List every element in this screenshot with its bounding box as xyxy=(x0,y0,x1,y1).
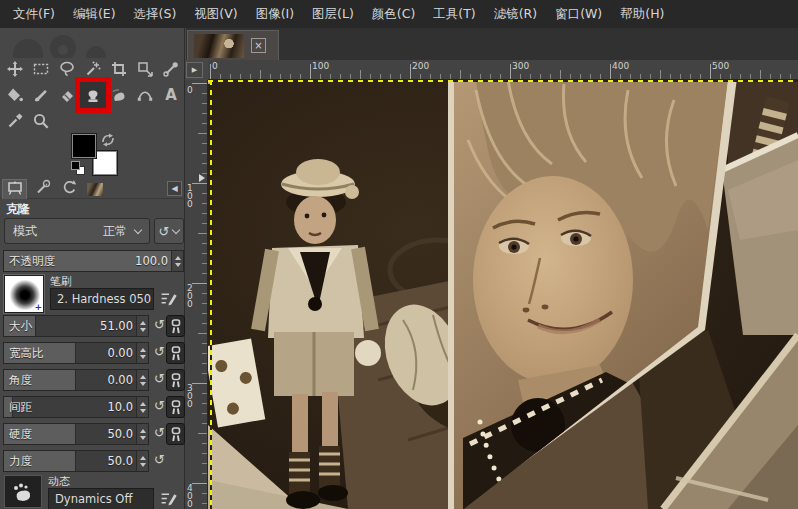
tab-undo-history[interactable] xyxy=(56,179,81,199)
tab-close-icon[interactable]: × xyxy=(251,38,266,53)
bucket-fill-tool-button[interactable] xyxy=(2,82,28,108)
eraser-icon xyxy=(58,86,76,104)
tab-tool-options[interactable] xyxy=(2,179,27,199)
bucket-fill-icon xyxy=(6,86,24,104)
ruler-menu-button[interactable]: ▶ xyxy=(186,62,203,78)
size-slider[interactable]: 大小51.00 xyxy=(3,315,149,337)
menu-tools[interactable]: 工具(T) xyxy=(424,0,484,28)
background-color-swatch[interactable] xyxy=(93,151,117,175)
ruler-label: 400 xyxy=(187,484,196,508)
hardness-slider[interactable]: 硬度50.0 xyxy=(3,423,149,445)
chevron-down-icon xyxy=(134,225,142,233)
fuzzy-select-tool-button[interactable] xyxy=(80,56,106,82)
dynamics-name-box[interactable]: Dynamics Off xyxy=(48,488,154,509)
ruler-label: 400 xyxy=(612,61,629,71)
text-tool-button[interactable]: A xyxy=(158,82,184,108)
move-tool-button[interactable] xyxy=(2,56,28,82)
reset-icon[interactable]: ↺ xyxy=(154,453,165,466)
ruler-label: 100 xyxy=(187,184,196,208)
clone-tool-button[interactable] xyxy=(80,82,106,108)
brush-link-button[interactable] xyxy=(166,315,185,337)
brush-preview[interactable]: + xyxy=(4,275,44,313)
reset-icon[interactable]: ↺ xyxy=(154,345,165,358)
menu-edit[interactable]: 编辑(E) xyxy=(64,0,125,28)
crop-icon xyxy=(110,60,128,78)
spinner[interactable] xyxy=(136,370,148,390)
menu-view[interactable]: 视图(V) xyxy=(185,0,246,28)
mode-value: 正常 xyxy=(103,223,127,240)
clone-stamp-icon xyxy=(84,86,102,104)
menu-layer[interactable]: 图层(L) xyxy=(303,0,363,28)
brush-link-button[interactable] xyxy=(166,369,185,391)
smudge-icon xyxy=(110,86,128,104)
magnifier-icon xyxy=(32,112,50,130)
rectangle-select-tool-button[interactable] xyxy=(28,56,54,82)
menu-filters[interactable]: 滤镜(R) xyxy=(485,0,546,28)
dock-collapse-button[interactable]: ◀ xyxy=(167,181,182,196)
tool-options-icon xyxy=(7,180,23,200)
unified-transform-tool-button[interactable] xyxy=(132,56,158,82)
spinner[interactable] xyxy=(136,424,148,444)
crop-tool-button[interactable] xyxy=(106,56,132,82)
ruler-label: 200 xyxy=(187,284,196,308)
brush-link-button[interactable] xyxy=(166,423,185,445)
spinner[interactable] xyxy=(136,451,148,471)
aspect-ratio-slider[interactable]: 宽高比0.00 xyxy=(3,342,149,364)
menu-windows[interactable]: 窗口(W) xyxy=(546,0,611,28)
color-picker-tool-button[interactable] xyxy=(2,108,28,134)
foreground-color-swatch[interactable] xyxy=(72,134,96,158)
paintbrush-tool-button[interactable] xyxy=(28,82,54,108)
tab-image-thumbnail[interactable] xyxy=(82,179,107,199)
opacity-value: 100.0 xyxy=(135,254,171,268)
spinner[interactable] xyxy=(136,316,148,336)
dock-tab-bar: ◀ xyxy=(0,178,185,199)
mode-reset-dropdown[interactable]: ↺ xyxy=(154,218,184,244)
tool-options-title: 克隆 xyxy=(6,201,30,218)
menu-help[interactable]: 帮助(H) xyxy=(611,0,673,28)
free-select-tool-button[interactable] xyxy=(54,56,80,82)
menu-file[interactable]: 文件(F) xyxy=(4,0,64,28)
chevron-down-icon xyxy=(172,225,180,233)
vertical-ruler[interactable]: 0 100 200 300 400 xyxy=(185,80,208,509)
brush-link-button[interactable] xyxy=(166,396,185,418)
angle-slider[interactable]: 角度0.00 xyxy=(3,369,149,391)
smudge-tool-button[interactable] xyxy=(106,82,132,108)
swap-colors-icon[interactable] xyxy=(101,132,115,146)
eraser-tool-button[interactable] xyxy=(54,82,80,108)
paths-icon xyxy=(136,86,154,104)
opacity-spinner[interactable] xyxy=(171,251,183,271)
edit-brush-button[interactable] xyxy=(158,288,178,308)
reset-icon: ↺ xyxy=(159,225,170,238)
paths-tool-button[interactable] xyxy=(132,82,158,108)
angle-row: 角度0.00 ↺ xyxy=(0,369,185,391)
image-thumbnail-icon xyxy=(87,183,103,196)
plus-icon: + xyxy=(34,302,42,312)
zoom-tool-button[interactable] xyxy=(28,108,54,134)
reset-icon[interactable]: ↺ xyxy=(154,372,165,385)
spacing-slider[interactable]: 间距10.0 xyxy=(3,396,149,418)
menu-select[interactable]: 选择(S) xyxy=(125,0,186,28)
image-tab[interactable]: × xyxy=(187,30,279,60)
reset-icon[interactable]: ↺ xyxy=(154,426,165,439)
spinner[interactable] xyxy=(136,343,148,363)
magic-wand-icon xyxy=(84,60,102,78)
canvas-image[interactable] xyxy=(208,80,798,509)
dynamics-preview[interactable] xyxy=(4,475,42,508)
horizontal-ruler[interactable]: 0 100 200 300 400 500 xyxy=(208,60,798,80)
opacity-slider[interactable]: 不透明度 100.0 xyxy=(3,250,184,272)
default-colors-icon[interactable] xyxy=(71,161,85,175)
brush-name-box[interactable]: 2. Hardness 050 xyxy=(50,288,154,310)
brush-link-button[interactable] xyxy=(166,342,185,364)
menu-bar: 文件(F) 编辑(E) 选择(S) 视图(V) 图像(I) 图层(L) 颜色(C… xyxy=(0,0,798,28)
handle-transform-tool-button[interactable] xyxy=(158,56,184,82)
edit-dynamics-button[interactable] xyxy=(158,488,178,508)
paint-mode-dropdown[interactable]: 模式 正常 xyxy=(4,218,150,244)
force-slider[interactable]: 力度50.0 xyxy=(3,450,149,472)
menu-colors[interactable]: 颜色(C) xyxy=(363,0,424,28)
spinner[interactable] xyxy=(136,397,148,417)
tab-device-status[interactable] xyxy=(30,179,55,199)
image-tab-bar: × xyxy=(186,28,798,60)
menu-image[interactable]: 图像(I) xyxy=(247,0,303,28)
reset-icon[interactable]: ↺ xyxy=(154,318,165,331)
reset-icon[interactable]: ↺ xyxy=(154,399,165,412)
